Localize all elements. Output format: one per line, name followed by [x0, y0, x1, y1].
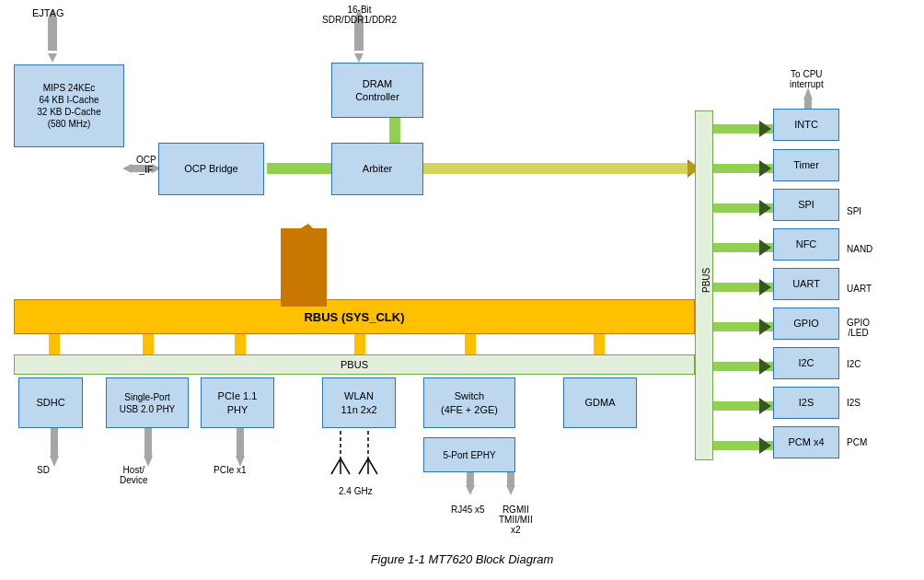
- diagram-container: EJTAG 16-BitSDR/DDR1/DDR2 MIPS 24KEc64 K…: [0, 0, 924, 580]
- intc-block: INTC: [773, 109, 839, 141]
- i2c-ext-label: I2C: [847, 359, 861, 369]
- svg-marker-74: [759, 160, 771, 177]
- uart-ext-label: UART: [847, 284, 872, 294]
- ephy-block: 5-Port EPHY: [423, 437, 515, 472]
- rbus-block: RBUS (SYS_CLK): [14, 299, 695, 334]
- wlan-block: WLAN11n 2x2: [322, 377, 396, 428]
- svg-marker-80: [759, 279, 771, 296]
- pbus-vert-text: PBUS: [701, 268, 711, 293]
- switch-block: Switch(4FE + 2GE): [423, 377, 515, 428]
- i2s-ext-label: I2S: [847, 398, 860, 408]
- nand-label: NAND: [847, 244, 872, 254]
- rj45-label: RJ45 x5: [451, 505, 485, 515]
- svg-marker-15: [122, 164, 132, 173]
- pcie-block: PCIe 1.1PHY: [201, 377, 274, 428]
- uart-block: UART: [773, 268, 839, 300]
- diagram-caption: Figure 1-1 MT7620 Block Diagram: [0, 552, 924, 566]
- svg-marker-12: [354, 53, 364, 63]
- svg-marker-70: [506, 485, 515, 495]
- rgmii-label: RGMIITMII/MIIx2: [499, 505, 533, 535]
- i2s-block: I2S: [773, 387, 839, 419]
- timer-block: Timer: [773, 149, 839, 181]
- ghz-label: 2.4 GHz: [339, 486, 373, 496]
- pcm-block: PCM x4: [773, 426, 839, 458]
- arbiter-block: Arbiter: [331, 143, 423, 195]
- dram-controller-block: DRAMController: [331, 63, 423, 118]
- svg-marker-84: [759, 358, 771, 375]
- gpio-led-label: GPIO/LED: [847, 318, 870, 338]
- sd-label: SD: [37, 465, 50, 475]
- svg-line-61: [331, 458, 341, 474]
- gpio-block: GPIO: [773, 307, 839, 340]
- svg-marker-9: [48, 53, 57, 63]
- svg-marker-54: [50, 456, 59, 467]
- sdhc-block: SDHC: [18, 377, 83, 428]
- orange-double-arrow: [281, 228, 327, 307]
- ddr-label: 16-BitSDR/DDR1/DDR2: [322, 5, 397, 25]
- host-device-label: Host/Device: [120, 465, 148, 485]
- svg-line-62: [341, 458, 350, 474]
- mips-block: MIPS 24KEc64 KB I-Cache32 KB D-Cache(580…: [14, 64, 124, 147]
- i2c-block: I2C: [773, 347, 839, 379]
- svg-marker-68: [466, 485, 475, 495]
- svg-marker-88: [759, 437, 771, 454]
- pcm-ext-label: PCM: [847, 437, 867, 447]
- svg-marker-72: [759, 121, 771, 137]
- svg-marker-86: [759, 398, 771, 414]
- pcie-x1-label: PCIe x1: [214, 465, 247, 475]
- gdma-block: GDMA: [563, 377, 637, 428]
- pbus-horizontal: PBUS: [14, 354, 695, 375]
- svg-marker-76: [759, 200, 771, 216]
- svg-marker-78: [759, 239, 771, 256]
- ocp-if-label: OCP_IF: [136, 155, 156, 175]
- ejtag-label: EJTAG: [32, 7, 64, 18]
- to-cpu-label: To CPUinterrupt: [790, 69, 824, 89]
- svg-line-64: [359, 458, 368, 474]
- nfc-block: NFC: [773, 228, 839, 261]
- ocp-bridge-block: OCP Bridge: [158, 143, 264, 195]
- svg-rect-18: [423, 163, 690, 174]
- spi-block: SPI: [773, 189, 839, 221]
- spi-ext-label: SPI: [847, 206, 861, 216]
- usb-block: Single-PortUSB 2.0 PHY: [106, 377, 189, 428]
- svg-marker-82: [759, 319, 771, 335]
- svg-line-65: [368, 458, 377, 474]
